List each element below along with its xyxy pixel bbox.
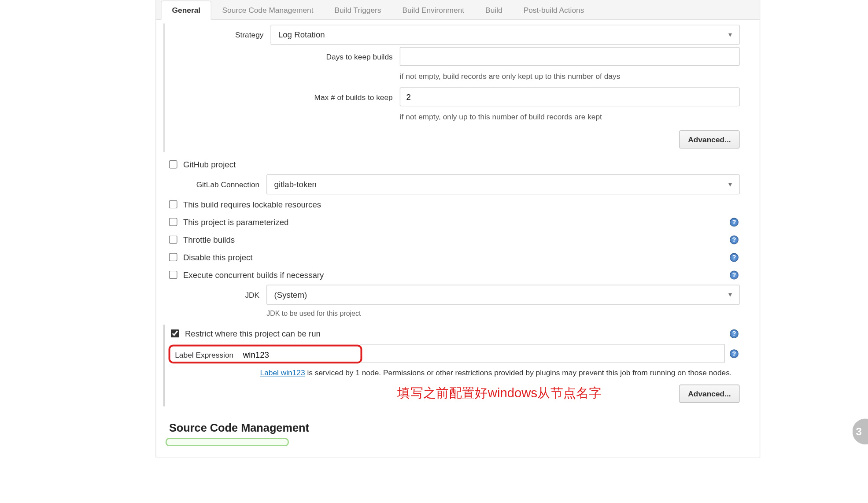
lockable-label: This build requires lockable resources [183,200,321,209]
gitlab-conn-select[interactable]: gitlab-token ▾ [266,174,739,194]
throttle-label: Throttle builds [183,235,235,244]
strategy-value: Log Rotation [278,30,325,39]
max-keep-input[interactable] [400,88,740,107]
side-widget[interactable]: 3 [853,418,868,444]
param-label: This project is parameterized [183,217,289,226]
disable-row: Disable this project ? [161,248,755,266]
concurrent-label: Execute concurrent builds if necessary [183,270,324,279]
advanced-button-1[interactable]: Advanced... [679,130,739,148]
param-row: This project is parameterized ? [161,213,755,231]
throttle-row: Throttle builds ? [161,231,755,248]
jdk-label: JDK [178,290,266,299]
tab-build[interactable]: Build [475,1,513,19]
help-icon[interactable]: ? [730,329,739,338]
help-icon[interactable]: ? [730,270,739,279]
help-icon[interactable]: ? [730,218,739,226]
lockable-checkbox[interactable] [169,200,177,209]
jdk-hint: JDK to be used for this project [266,307,361,322]
concurrent-row: Execute concurrent builds if necessary ? [161,266,755,284]
jdk-select[interactable]: (System) ▾ [266,285,739,305]
label-expression-input[interactable] [243,350,325,359]
help-icon[interactable]: ? [730,235,739,244]
label-expression-msg: Label win123 is serviced by 1 node. Perm… [260,367,732,378]
tabs-bar: General Source Code Management Build Tri… [156,0,760,20]
days-keep-input[interactable] [400,47,740,66]
strategy-label: Strategy [183,30,271,39]
advanced-button-2[interactable]: Advanced... [679,384,739,402]
tab-env[interactable]: Build Environment [392,1,475,19]
tab-triggers[interactable]: Build Triggers [324,1,392,19]
help-icon[interactable]: ? [730,253,739,262]
restrict-label: Restrict where this project can be run [185,329,321,338]
tab-scm[interactable]: Source Code Management [211,1,324,19]
gitlab-conn-value: gitlab-token [274,180,317,189]
label-expression-label: Label Expression [175,350,243,359]
github-project-row: GitHub project [161,155,755,173]
param-checkbox[interactable] [169,218,177,226]
label-expression-highlight: Label Expression [169,344,362,363]
jdk-value: (System) [274,290,307,300]
concurrent-checkbox[interactable] [169,271,177,279]
days-keep-label: Days to keep builds [277,52,400,61]
tab-general[interactable]: General [161,0,211,20]
github-project-checkbox[interactable] [169,160,177,169]
tab-post[interactable]: Post-build Actions [513,1,595,19]
max-keep-hint: if not empty, only up to this number of … [400,109,602,126]
label-link[interactable]: Label win123 [260,368,305,377]
github-project-label: GitHub project [183,160,236,169]
gitlab-conn-label: GitLab Connection [178,180,266,189]
scm-highlight-box [166,438,289,446]
strategy-select[interactable]: Log Rotation ▾ [271,25,740,44]
throttle-checkbox[interactable] [169,236,177,244]
disable-checkbox[interactable] [169,253,177,262]
label-msg-text: is serviced by 1 node. Permissions or ot… [305,368,732,377]
label-expression-field-cont [360,344,725,363]
days-keep-hint: if not empty, build records are only kep… [400,68,621,85]
restrict-checkbox[interactable] [171,329,179,338]
help-icon[interactable]: ? [730,349,739,358]
strategy-section: Strategy Log Rotation ▾ Days to keep bui… [163,23,755,152]
disable-label: Disable this project [183,252,253,262]
chevron-down-icon: ▾ [728,30,732,39]
chevron-down-icon: ▾ [728,180,732,189]
red-annotation: 填写之前配置好windows从节点名字 [397,385,602,402]
max-keep-label: Max # of builds to keep [277,92,400,101]
chevron-down-icon: ▾ [728,291,732,299]
scm-heading: Source Code Management [161,410,755,436]
lockable-row: This build requires lockable resources [161,196,755,213]
